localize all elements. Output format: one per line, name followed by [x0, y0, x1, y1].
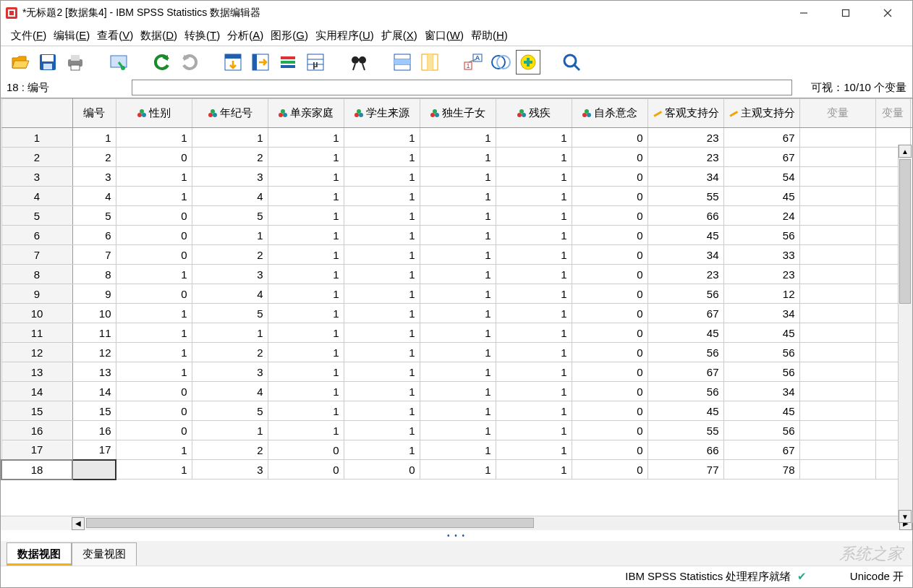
col-header[interactable]: 独生子女 [420, 99, 496, 128]
data-cell[interactable]: 67 [723, 148, 799, 167]
row-number[interactable]: 7 [1, 245, 72, 265]
empty-cell[interactable] [799, 187, 875, 206]
data-cell[interactable]: 1 [344, 284, 420, 304]
data-cell[interactable]: 12 [72, 343, 116, 362]
data-cell[interactable]: 1 [268, 226, 344, 245]
table-row[interactable]: 6601111104556 [1, 226, 912, 245]
data-cell[interactable]: 3 [72, 167, 116, 187]
data-cell[interactable]: 1 [192, 226, 268, 245]
menu-data[interactable]: 数据(D) [140, 29, 177, 43]
data-cell[interactable]: 23 [723, 265, 799, 284]
data-cell[interactable]: 56 [723, 362, 799, 382]
data-cell[interactable]: 0 [572, 304, 647, 323]
data-cell[interactable]: 2 [72, 148, 116, 167]
row-number[interactable]: 14 [1, 382, 72, 401]
data-cell[interactable]: 67 [647, 304, 723, 323]
data-cell[interactable]: 1 [344, 401, 420, 421]
data-cell[interactable]: 1 [496, 128, 572, 148]
data-cell[interactable]: 1 [116, 362, 192, 382]
row-number[interactable]: 18 [1, 460, 72, 480]
data-cell[interactable]: 1 [116, 304, 192, 323]
save-icon[interactable] [35, 50, 60, 74]
variables-icon[interactable] [276, 50, 300, 74]
data-cell[interactable]: 1 [116, 460, 192, 480]
recall-dialog-icon[interactable] [106, 50, 131, 74]
row-number[interactable]: 5 [1, 206, 72, 226]
data-cell[interactable]: 0 [572, 401, 647, 421]
data-cell[interactable]: 9 [72, 284, 116, 304]
data-cell[interactable]: 45 [723, 187, 799, 206]
data-cell[interactable]: 56 [647, 343, 723, 362]
data-cell[interactable]: 1 [496, 148, 572, 167]
data-cell[interactable]: 1 [420, 382, 496, 401]
data-cell[interactable]: 1 [496, 304, 572, 323]
data-cell[interactable]: 45 [723, 401, 799, 421]
print-icon[interactable] [63, 50, 88, 74]
data-cell[interactable]: 0 [116, 284, 192, 304]
data-cell[interactable]: 1 [420, 401, 496, 421]
menu-help[interactable]: 帮助(H) [471, 29, 508, 43]
splitter-icon[interactable]: • • • [1, 530, 912, 541]
data-cell[interactable]: 56 [723, 343, 799, 362]
minimize-button[interactable] [791, 4, 817, 22]
data-cell[interactable]: 54 [723, 167, 799, 187]
data-cell[interactable]: 56 [647, 284, 723, 304]
data-cell[interactable]: 56 [723, 421, 799, 440]
data-cell[interactable]: 1 [344, 226, 420, 245]
data-cell[interactable] [72, 460, 116, 480]
data-cell[interactable]: 55 [647, 421, 723, 440]
table-row[interactable]: 1813001107778 [1, 460, 912, 480]
data-cell[interactable]: 15 [72, 401, 116, 421]
corner-cell[interactable] [1, 99, 72, 128]
run-descriptives-icon[interactable]: μ [303, 50, 328, 74]
data-cell[interactable]: 0 [268, 460, 344, 480]
scroll-up-button[interactable]: ▲ [899, 145, 912, 158]
empty-cell[interactable] [799, 421, 875, 440]
empty-cell[interactable] [799, 128, 875, 148]
find-icon[interactable] [347, 50, 371, 74]
col-header[interactable]: 性别 [116, 99, 192, 128]
table-row[interactable]: 141404111105634 [1, 382, 912, 401]
data-cell[interactable]: 5 [192, 206, 268, 226]
data-cell[interactable]: 0 [572, 440, 647, 460]
data-cell[interactable]: 1 [268, 284, 344, 304]
data-cell[interactable]: 1 [420, 362, 496, 382]
col-header[interactable]: 编号 [72, 99, 116, 128]
col-header-empty[interactable]: 变量 [875, 99, 910, 128]
col-header[interactable]: 客观支持分 [647, 99, 723, 128]
row-number[interactable]: 4 [1, 187, 72, 206]
data-cell[interactable]: 0 [572, 128, 647, 148]
menu-extend[interactable]: 扩展(X) [381, 29, 417, 43]
menu-transform[interactable]: 转换(T) [184, 29, 220, 43]
empty-cell[interactable] [799, 382, 875, 401]
data-cell[interactable]: 0 [268, 440, 344, 460]
insert-cases-icon[interactable] [390, 50, 415, 74]
data-cell[interactable]: 45 [647, 323, 723, 343]
data-cell[interactable]: 55 [647, 187, 723, 206]
data-cell[interactable]: 2 [192, 148, 268, 167]
data-cell[interactable]: 1 [268, 245, 344, 265]
data-cell[interactable]: 1 [496, 440, 572, 460]
data-cell[interactable]: 1 [496, 265, 572, 284]
empty-cell[interactable] [799, 284, 875, 304]
data-cell[interactable]: 3 [192, 167, 268, 187]
data-cell[interactable]: 1 [420, 167, 496, 187]
data-cell[interactable]: 2 [192, 440, 268, 460]
table-row[interactable]: 7702111103433 [1, 245, 912, 265]
empty-cell[interactable] [799, 401, 875, 421]
data-cell[interactable]: 1 [496, 206, 572, 226]
col-header[interactable]: 主观支持分 [723, 99, 799, 128]
data-cell[interactable]: 1 [344, 167, 420, 187]
data-cell[interactable]: 1 [268, 128, 344, 148]
tab-variable-view[interactable]: 变量视图 [72, 542, 137, 566]
data-cell[interactable]: 1 [496, 187, 572, 206]
data-cell[interactable]: 1 [420, 460, 496, 480]
data-cell[interactable]: 0 [572, 226, 647, 245]
data-cell[interactable]: 1 [496, 167, 572, 187]
data-cell[interactable]: 0 [572, 421, 647, 440]
scroll-left-button[interactable]: ◀ [72, 517, 85, 530]
data-cell[interactable]: 1 [344, 265, 420, 284]
data-cell[interactable]: 1 [192, 323, 268, 343]
data-cell[interactable]: 1 [420, 187, 496, 206]
data-cell[interactable]: 5 [192, 304, 268, 323]
